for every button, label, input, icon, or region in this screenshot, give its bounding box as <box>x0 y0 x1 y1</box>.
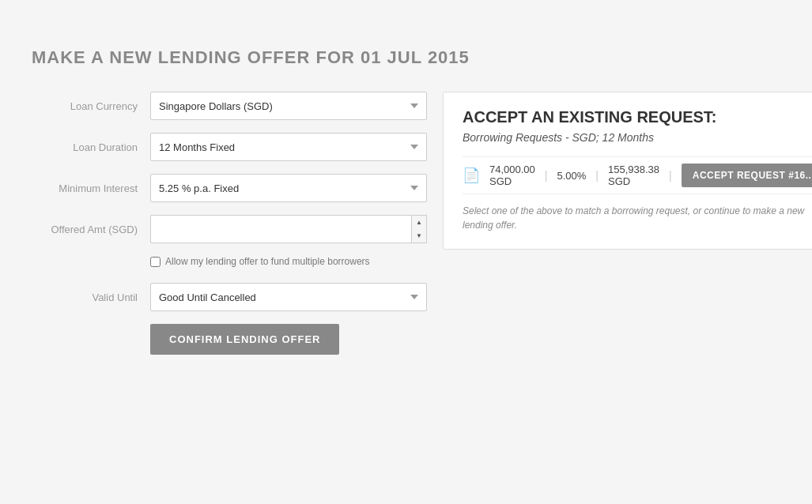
form-section: Loan Currency Singapore Dollars (SGD) US… <box>32 92 427 355</box>
document-icon: 📄 <box>463 167 480 184</box>
spinner-wrapper: ▲ ▼ <box>411 215 427 243</box>
loan-duration-row: Loan Duration 12 Months Fixed 6 Months F… <box>32 133 427 161</box>
accept-helper-text: Select one of the above to match a borro… <box>463 204 812 232</box>
divider-1: | <box>545 169 548 182</box>
request-value: 155,938.38 SGD <box>608 164 659 187</box>
page-title: MAKE A NEW LENDING OFFER FOR 01 JUL 2015 <box>32 47 780 68</box>
accept-subtitle: Borrowing Requests - SGD; 12 Months <box>463 131 812 144</box>
accept-request-button[interactable]: ACCEPT REQUEST #16... <box>682 164 812 187</box>
spinner-up-btn[interactable]: ▲ <box>412 216 426 229</box>
offered-amt-wrapper: ▲ ▼ <box>150 215 427 243</box>
valid-until-select[interactable]: Good Until Cancelled End of Day 1 Week <box>150 283 427 311</box>
accept-panel: ACCEPT AN EXISTING REQUEST: Borrowing Re… <box>443 92 812 250</box>
divider-2: | <box>595 169 599 182</box>
checkbox-row: Allow my lending offer to fund multiple … <box>150 256 427 267</box>
minimum-interest-label: Minimum Interest <box>32 182 150 194</box>
valid-until-label: Valid Until <box>32 291 150 303</box>
valid-until-row: Valid Until Good Until Cancelled End of … <box>32 283 427 311</box>
loan-currency-select[interactable]: Singapore Dollars (SGD) US Dollars (USD) <box>150 92 427 120</box>
request-amount: 74,000.00 SGD <box>489 164 535 187</box>
page-container: MAKE A NEW LENDING OFFER FOR 01 JUL 2015… <box>32 47 780 355</box>
loan-currency-label: Loan Currency <box>32 100 150 112</box>
accept-title: ACCEPT AN EXISTING REQUEST: <box>463 108 812 126</box>
request-rate: 5.00% <box>557 170 586 182</box>
loan-duration-select[interactable]: 12 Months Fixed 6 Months Fixed 3 Months … <box>150 133 427 161</box>
main-layout: Loan Currency Singapore Dollars (SGD) US… <box>32 92 780 355</box>
loan-currency-row: Loan Currency Singapore Dollars (SGD) US… <box>32 92 427 120</box>
minimum-interest-select[interactable]: 5.25 % p.a. Fixed 5.00 % p.a. Fixed 4.75… <box>150 174 427 202</box>
offered-amt-row: Offered Amt (SGD) ▲ ▼ <box>32 215 427 243</box>
checkbox-label: Allow my lending offer to fund multiple … <box>165 256 370 267</box>
spinner-down-btn[interactable]: ▼ <box>412 229 426 243</box>
multiple-borrowers-checkbox[interactable] <box>150 257 161 267</box>
request-row: 📄 74,000.00 SGD | 5.00% | 155,938.38 SGD… <box>463 156 812 194</box>
offered-amt-label: Offered Amt (SGD) <box>32 224 150 235</box>
divider-3: | <box>669 169 672 182</box>
minimum-interest-row: Minimum Interest 5.25 % p.a. Fixed 5.00 … <box>32 174 427 202</box>
loan-duration-label: Loan Duration <box>32 141 150 153</box>
offered-amt-input[interactable] <box>150 215 412 243</box>
confirm-lending-offer-button[interactable]: CONFIRM LENDING OFFER <box>150 324 339 355</box>
